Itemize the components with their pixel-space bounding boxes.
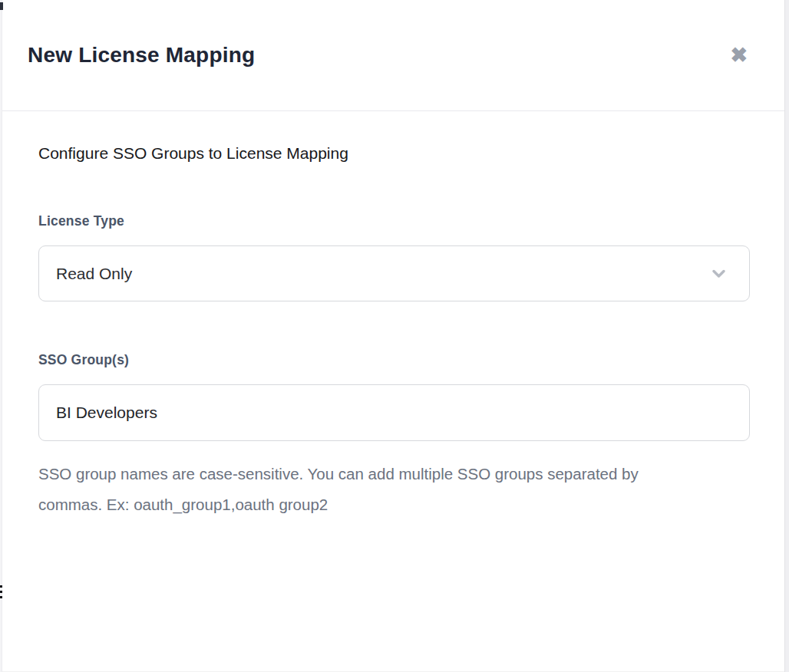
page-behind-left-edge	[0, 0, 2, 672]
license-type-selected-value: Read Only	[56, 265, 132, 283]
chevron-down-icon	[708, 263, 729, 284]
close-icon: ✖	[730, 44, 748, 67]
close-button[interactable]: ✖	[727, 42, 751, 69]
license-type-select[interactable]: Read Only	[38, 245, 750, 301]
sso-groups-help-text: SSO group names are case-sensitive. You …	[38, 459, 692, 520]
new-license-mapping-modal: New License Mapping ✖ Configure SSO Grou…	[2, 0, 784, 672]
background-artifact	[0, 2, 3, 10]
modal-header: New License Mapping ✖	[2, 0, 784, 111]
background-list-icon	[0, 585, 3, 601]
modal-title: New License Mapping	[28, 43, 255, 68]
sso-groups-label: SSO Group(s)	[38, 352, 745, 368]
page-behind-right-edge	[784, 0, 789, 672]
sso-groups-input[interactable]	[38, 384, 750, 441]
license-type-label: License Type	[38, 213, 745, 229]
modal-body: Configure SSO Groups to License Mapping …	[2, 111, 784, 520]
modal-subtitle: Configure SSO Groups to License Mapping	[38, 144, 745, 163]
